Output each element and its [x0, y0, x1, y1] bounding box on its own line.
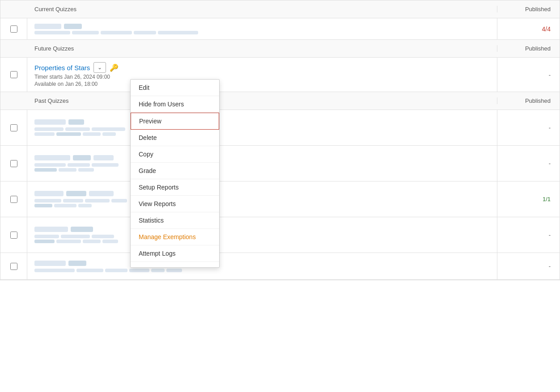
past-quiz-row-1: -: [0, 110, 560, 146]
fm4: [129, 269, 149, 272]
menu-item-preview[interactable]: Preview: [131, 113, 219, 130]
checkbox-current[interactable]: [0, 18, 27, 39]
menu-item-grade[interactable]: Grade: [131, 163, 219, 179]
checkbox-input-past-2[interactable]: [10, 160, 17, 167]
d2: [66, 191, 86, 196]
checkbox-past-3[interactable]: [0, 181, 27, 217]
menu-item-setup-reports[interactable]: Setup Reports: [131, 179, 219, 196]
properties-of-stars-row: Properties of Stars ⌄ 🔑 Timer starts Jan…: [0, 58, 560, 92]
menu-item-statistics[interactable]: Statistics: [131, 212, 219, 229]
dm6: [54, 204, 76, 207]
quiz-table: Current Quizzes Published 4/4: [0, 0, 560, 280]
past-blurred-title-1: [34, 119, 490, 125]
checkbox-past-2[interactable]: [0, 146, 27, 181]
cm5: [59, 168, 76, 172]
past-quiz-1-status: -: [497, 110, 560, 145]
dropdown-menu-inner[interactable]: Edit Hide from Users Preview Delete Copy…: [131, 80, 219, 267]
past-quiz-3-status: 1/1: [497, 181, 560, 217]
past-blurred-title-2: [34, 155, 490, 160]
checkbox-past-4[interactable]: [0, 217, 27, 253]
blurred-meta-3: [101, 31, 132, 34]
past-blurred-meta-2b: [34, 168, 490, 172]
menu-item-delete[interactable]: Delete: [131, 130, 219, 146]
cm3: [92, 163, 119, 167]
context-dropdown-menu: Edit Hide from Users Preview Delete Copy…: [130, 79, 220, 268]
past-quiz-row-4: -: [0, 217, 560, 253]
bm7: [102, 132, 116, 136]
bm4: [34, 132, 55, 136]
past-quiz-4-status: -: [497, 217, 560, 253]
bm1: [34, 127, 64, 131]
menu-item-copy[interactable]: Copy: [131, 146, 219, 163]
em4: [34, 240, 55, 243]
bm6: [83, 132, 101, 136]
section-label-past: Past Quizzes: [27, 93, 497, 109]
past-blurred-meta-1b: [34, 132, 490, 136]
dropdown-toggle-button[interactable]: ⌄: [93, 62, 106, 73]
e2: [71, 227, 93, 232]
cm4: [34, 168, 57, 172]
quiz-meta-available: Available on Jan 26, 18:00: [34, 81, 490, 87]
checkbox-input-past-1[interactable]: [10, 124, 17, 131]
dm3: [85, 199, 110, 202]
title-row: Properties of Stars ⌄ 🔑: [34, 62, 490, 73]
c3: [93, 155, 114, 160]
checkbox-input-past-4[interactable]: [10, 232, 17, 239]
properties-of-stars-title[interactable]: Properties of Stars: [34, 64, 90, 72]
dm2: [63, 199, 83, 202]
blurred-meta-1: [34, 31, 70, 34]
fm3: [105, 269, 127, 272]
menu-item-attempt-logs[interactable]: Attempt Logs: [131, 245, 219, 262]
em6: [83, 240, 101, 243]
past-blurred-meta-2a: [34, 163, 490, 167]
em5: [56, 240, 81, 243]
menu-item-view-reports[interactable]: View Reports: [131, 196, 219, 212]
checkbox-input-past-3[interactable]: [10, 196, 17, 203]
em1: [34, 235, 59, 238]
past-blurred-meta-3b: [34, 204, 490, 207]
past-quiz-4-content: [27, 217, 497, 253]
past-quiz-row-2: -: [0, 146, 560, 181]
menu-item-publish-lor[interactable]: Publish to LOR: [131, 262, 219, 267]
past-quiz-3-content: [27, 181, 497, 217]
past-quiz-1-content: [27, 110, 497, 145]
em2: [61, 235, 90, 238]
blurred-meta-4: [134, 31, 156, 34]
menu-item-hide[interactable]: Hide from Users: [131, 96, 219, 113]
current-quiz-content: [27, 18, 497, 39]
section-status-current: Published: [497, 6, 560, 13]
menu-item-edit[interactable]: Edit: [131, 80, 219, 96]
past-quiz-5-status: -: [497, 253, 560, 279]
section-header-future: Future Quizzes Published: [0, 40, 560, 58]
f1: [34, 261, 66, 266]
f2: [68, 261, 86, 266]
blurred-title-2: [64, 24, 82, 29]
menu-item-manage-exemptions[interactable]: Manage Exemptions: [131, 229, 219, 245]
em3: [92, 235, 114, 238]
checkbox-input-current[interactable]: [10, 25, 17, 33]
checkbox-input-past-5[interactable]: [10, 263, 17, 270]
dm4: [111, 199, 127, 202]
blurred-meta-2: [72, 31, 99, 34]
checkbox-future[interactable]: [0, 58, 27, 92]
section-label-future: Future Quizzes: [27, 41, 497, 56]
fm6: [166, 269, 182, 272]
checkbox-past-1[interactable]: [0, 110, 27, 145]
fm2: [76, 269, 103, 272]
b1: [34, 119, 66, 125]
past-blurred-meta-4a: [34, 235, 490, 238]
checkbox-input-future[interactable]: [10, 71, 17, 78]
dm1: [34, 199, 61, 202]
dm7: [78, 204, 92, 207]
past-blurred-meta-4b: [34, 240, 490, 243]
bm3: [92, 127, 125, 131]
cm1: [34, 163, 66, 167]
cm2: [68, 163, 90, 167]
past-blurred-title-5: [34, 261, 490, 266]
section-header-past: Past Quizzes Published: [0, 92, 560, 110]
past-quiz-row-5: -: [0, 253, 560, 280]
section-status-future: Published: [497, 45, 560, 52]
future-quiz-content: Properties of Stars ⌄ 🔑 Timer starts Jan…: [27, 58, 497, 92]
checkbox-past-5[interactable]: [0, 253, 27, 279]
blurred-title-line: [34, 24, 490, 29]
